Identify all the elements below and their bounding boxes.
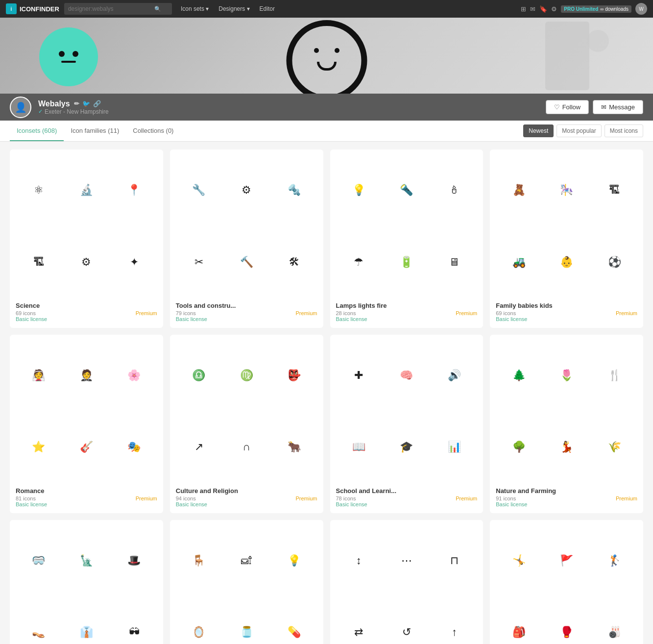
tab-icon-families[interactable]: Icon families (11) [64,121,126,141]
twitter-icon[interactable]: 🐦 [82,100,90,107]
card-title: Culture and Religion [176,487,317,495]
card-count-row: 69 iconsPremium [16,310,157,316]
logo[interactable]: i ICONFINDER [6,3,59,14]
icon-cell: 🎳 [608,626,621,639]
icon-cell: 🌾 [608,441,621,453]
icon-cell: ↺ [402,626,411,639]
card-title: Nature and Farming [496,487,637,495]
icon-cell: 🤵 [80,369,93,382]
search-bar[interactable]: 🔍 [64,3,172,15]
icon-cell: 🌸 [127,369,141,382]
logo-text: ICONFINDER [20,5,59,13]
icon-cell: 🛋 [241,554,252,567]
nav-editor[interactable]: Editor [256,3,279,14]
icon-cell: 🛠 [289,256,300,269]
icon-cell: 📊 [448,441,461,453]
card-count-row: 94 iconsPremium [176,495,317,501]
top-navigation: i ICONFINDER 🔍 Icon sets ▾ Designers ▾ E… [0,0,653,18]
icon-cell: ♎ [192,369,205,382]
bookmark-icon[interactable]: 🔖 [539,5,547,13]
icon-cell: 🧠 [400,369,413,382]
icon-card[interactable]: 🧸🎠🏗🚜👶⚽Family babies kids69 iconsPremiumB… [490,149,643,328]
sort-newest[interactable]: Newest [523,124,554,137]
search-input[interactable] [68,5,151,12]
icon-card[interactable]: 🔧⚙🔩✂🔨🛠Tools and constru...79 iconsPremiu… [170,149,323,328]
card-count-row: 79 iconsPremium [176,310,317,316]
icon-cell: 🗽 [80,554,93,567]
profile-avatar: 👤 [10,97,31,118]
icon-cell: 🚜 [512,256,526,269]
tabs-left: Iconsets (608) Icon families (11) Collec… [10,121,180,141]
card-license: Basic license [336,501,367,507]
icon-card[interactable]: ↕⋯⊓⇄↺↑Arrows diagrams116 iconsPremiumBas… [330,520,484,644]
card-count-row: 78 iconsPremium [336,495,478,501]
icon-cell: ⚙ [242,184,251,197]
icon-cell: 🌲 [512,369,526,382]
icon-card[interactable]: 🪑🛋💡🪞🫙💊Furniture and dec...73 iconsPremiu… [170,520,323,644]
card-count: 69 icons [16,310,36,316]
icon-cell: ↗ [194,441,203,453]
pro-badge: PRO Unlimited ∞ downloads [561,5,631,13]
icon-cell: 👰 [32,369,45,382]
card-title: Lamps lights fire [336,302,478,309]
profile-location: ✓ Exeter - New Hampshire [38,108,539,115]
card-count: 28 icons [336,310,356,316]
icon-cell: 🕶 [129,626,140,639]
icon-cell: 💊 [288,626,301,639]
nav-designers[interactable]: Designers ▾ [215,3,253,14]
user-avatar[interactable]: W [635,3,647,15]
icon-card[interactable]: ♎♍👺↗∩🐂Culture and Religion94 iconsPremiu… [170,335,323,513]
icon-cell: ✚ [354,369,363,382]
location-text: Exeter - New Hampshire [45,108,109,115]
card-license: Basic license [496,316,527,322]
sort-buttons: Newest Most popular Most icons [523,121,643,141]
icon-cell: 🌷 [560,369,573,382]
face-eyes [314,48,339,53]
card-count-row: 81 iconsPremium [16,495,157,501]
icon-cell: 🔬 [80,184,93,197]
grid-icon[interactable]: ⊞ [521,5,526,13]
icon-card[interactable]: ✚🧠🔊📖🎓📊School and Learni...78 iconsPremiu… [330,335,484,513]
tab-iconsets[interactable]: Iconsets (608) [10,121,64,141]
icon-card[interactable]: ⚛🔬📍🏗⚙✦Science69 iconsPremiumBasic licens… [10,149,163,328]
tab-collections[interactable]: Collections (0) [126,121,180,141]
icon-cell: 🏗 [609,184,620,197]
follow-button[interactable]: ♡ Follow [546,100,589,114]
card-badge: Premium [295,495,317,501]
mail-icon[interactable]: ✉ [530,5,535,13]
card-license-row: Basic license [336,501,478,507]
edit-icon[interactable]: ✏ [74,100,79,107]
card-license-row: Basic license [176,316,317,322]
link-icon[interactable]: 🔗 [93,100,101,107]
settings-icon[interactable]: ⚙ [551,5,557,13]
icon-card[interactable]: 🥽🗽🎩👡👔🕶Clothes footwear ...91 iconsPremiu… [10,520,163,644]
icon-cell: 🎓 [400,441,413,453]
icon-card[interactable]: 🌲🌷🍴🌳💃🌾Nature and Farming91 iconsPremiumB… [490,335,643,513]
card-license: Basic license [336,316,367,322]
icon-card[interactable]: 🤸🚩🏌🎒🥊🎳Sports192 iconsPremiumBasic licens… [490,520,643,644]
card-count: 91 icons [496,495,516,501]
card-license-row: Basic license [176,501,317,507]
profile-banner [0,18,653,94]
message-button[interactable]: ✉ Message [593,100,643,114]
icon-cell: ⚽ [608,256,621,269]
sort-popular[interactable]: Most popular [556,124,601,137]
nav-right: ⊞ ✉ 🔖 ⚙ PRO Unlimited ∞ downloads W [521,3,647,15]
card-badge: Premium [456,495,477,501]
pro-sub: ∞ downloads [600,6,629,12]
icon-cell: 👡 [32,626,45,639]
icon-cell: 🤸 [512,554,526,567]
sort-most-icons[interactable]: Most icons [605,124,643,137]
profile-actions: ♡ Follow ✉ Message [546,100,643,114]
icon-cell: 🔊 [448,369,461,382]
icon-card[interactable]: 💡🔦🕯☂🔋🖥Lamps lights fire28 iconsPremiumBa… [330,149,484,328]
icon-cell: 🔦 [400,184,413,197]
card-license-row: Basic license [16,501,157,507]
card-count: 94 icons [176,495,196,501]
card-count: 81 icons [16,495,36,501]
heart-icon: ♡ [554,103,560,111]
icon-card[interactable]: 👰🤵🌸⭐🎸🎭Romance81 iconsPremiumBasic licens… [10,335,163,513]
icon-cell: 🔨 [240,256,253,269]
banner-background [0,18,653,94]
nav-icon-sets[interactable]: Icon sets ▾ [177,3,213,14]
